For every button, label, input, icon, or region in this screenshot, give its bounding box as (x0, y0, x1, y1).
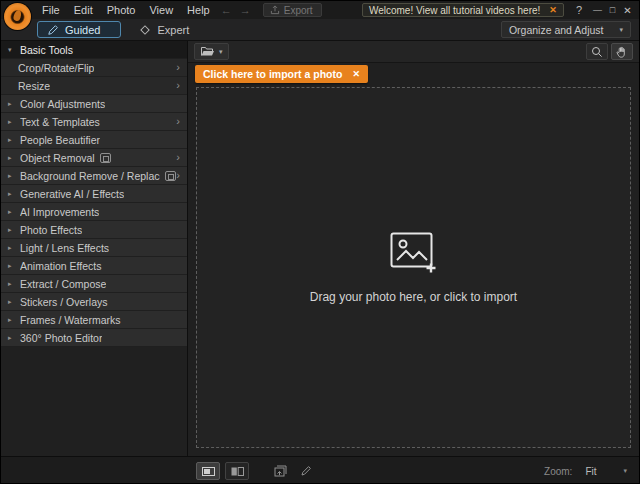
titlebar: File Edit Photo View Help ← → Export Wel… (1, 1, 639, 19)
chevron-right-icon: ▸ (8, 154, 20, 162)
section-label: Object Removal (20, 152, 95, 164)
sidebar-section-360-photo-editor[interactable]: ▸ 360° Photo Editor (1, 329, 187, 347)
pan-tool-button[interactable] (611, 43, 633, 60)
back-button[interactable]: ← (217, 4, 236, 16)
add-image-icon (390, 232, 438, 274)
app-logo-icon[interactable] (4, 3, 31, 30)
guided-mode-button[interactable]: Guided (37, 21, 121, 38)
sidebar-section-photo-effects[interactable]: ▸ Photo Effects (1, 221, 187, 239)
section-label: Color Adjustments (20, 98, 105, 110)
photo-dropzone[interactable]: Drag your photo here, or click to import (196, 87, 631, 448)
section-label: Background Remove / Replace (20, 170, 160, 182)
sidebar-section-animation-effects[interactable]: ▸ Animation Effects (1, 257, 187, 275)
guided-tools-sidebar: ▾ Basic Tools Crop/Rotate/Flip › Resize … (1, 41, 188, 456)
minimize-button[interactable]: — (590, 5, 605, 15)
menu-edit[interactable]: Edit (67, 4, 100, 16)
expert-mode-button[interactable]: Expert (131, 21, 197, 38)
sidebar-section-stickers-overlays[interactable]: ▸ Stickers / Overlays (1, 293, 187, 311)
import-photo-callout[interactable]: Click here to import a photo ✕ (195, 65, 368, 83)
sidebar-section-object-removal[interactable]: ▸ Object Removal › (1, 149, 187, 167)
chevron-down-icon[interactable]: ▾ (623, 467, 627, 475)
chevron-right-icon: › (176, 80, 180, 91)
section-label: Light / Lens Effects (20, 242, 109, 254)
menu-file[interactable]: File (35, 4, 67, 16)
zoom-value[interactable]: Fit (585, 466, 596, 477)
section-label: Stickers / Overlays (20, 296, 108, 308)
export-button[interactable]: Export (263, 3, 322, 17)
chevron-down-icon: ▾ (619, 26, 623, 34)
chevron-right-icon: ▸ (8, 262, 20, 270)
menu-help[interactable]: Help (180, 4, 217, 16)
app-window: File Edit Photo View Help ← → Export Wel… (0, 0, 640, 484)
menu-view[interactable]: View (142, 4, 180, 16)
organize-adjust-dropdown[interactable]: Organize and Adjust ▾ (501, 21, 631, 38)
organize-label: Organize and Adjust (509, 24, 604, 36)
sidebar-section-text-templates[interactable]: ▸ Text & Templates › (1, 113, 187, 131)
forward-button[interactable]: → (236, 4, 255, 16)
diamond-icon (139, 24, 151, 36)
sidebar-item-resize[interactable]: Resize › (1, 77, 187, 95)
single-view-button[interactable] (196, 462, 220, 480)
zoom-label: Zoom: (544, 466, 572, 477)
import-photos-button[interactable] (271, 462, 291, 480)
dual-view-button[interactable] (225, 462, 249, 480)
export-label: Export (284, 5, 313, 16)
sidebar-section-basic-tools[interactable]: ▾ Basic Tools (1, 41, 187, 59)
chevron-right-icon: › (176, 152, 180, 163)
window-controls: — □ ✕ (590, 5, 635, 16)
guided-label: Guided (65, 24, 100, 36)
ai-badge-icon (165, 171, 176, 181)
close-button[interactable]: ✕ (620, 5, 635, 16)
ai-badge-icon (100, 153, 111, 163)
sidebar-section-frames-watermarks[interactable]: ▸ Frames / Watermarks (1, 311, 187, 329)
callout-text: Click here to import a photo (203, 68, 342, 80)
dual-view-icon (231, 467, 244, 476)
sidebar-section-generative-ai-effects[interactable]: ▸ Generative AI / Effects (1, 185, 187, 203)
edit-tool-button[interactable] (296, 462, 316, 480)
item-label: Crop/Rotate/Flip (18, 62, 94, 74)
content-area: ▾ Basic Tools Crop/Rotate/Flip › Resize … (1, 41, 639, 456)
chevron-right-icon: ▸ (8, 244, 20, 252)
chevron-right-icon: ▸ (8, 298, 20, 306)
sidebar-item-crop-rotate-flip[interactable]: Crop/Rotate/Flip › (1, 59, 187, 77)
chevron-right-icon: ▸ (8, 100, 20, 108)
section-label: Animation Effects (20, 260, 102, 272)
sidebar-section-extract-compose[interactable]: ▸ Extract / Compose (1, 275, 187, 293)
chevron-right-icon: ▸ (8, 334, 20, 342)
section-label: People Beautifier (20, 134, 100, 146)
main-area: ▾ Click here (188, 41, 639, 456)
menu-photo[interactable]: Photo (100, 4, 143, 16)
section-label: Basic Tools (20, 44, 73, 56)
chevron-right-icon: › (176, 62, 180, 73)
chevron-right-icon: ▸ (8, 190, 20, 198)
chevron-right-icon: ▸ (8, 280, 20, 288)
section-label: Frames / Watermarks (20, 314, 121, 326)
sidebar-section-ai-improvements[interactable]: ▸ AI Improvements (1, 203, 187, 221)
help-button[interactable]: ? (573, 4, 585, 16)
chevron-right-icon: › (176, 170, 180, 181)
maximize-button[interactable]: □ (605, 5, 620, 15)
tutorial-notification: Welcome! View all tutorial videos here! … (362, 3, 564, 17)
chevron-right-icon: ▸ (8, 316, 20, 324)
zoom-tool-button[interactable] (586, 43, 608, 60)
section-label: Text & Templates (20, 116, 100, 128)
notification-close-icon[interactable]: ✕ (549, 5, 557, 15)
notification-text: Welcome! View all tutorial videos here! (369, 5, 540, 16)
export-icon (270, 5, 280, 15)
pen-icon (300, 465, 312, 477)
sidebar-section-color-adjustments[interactable]: ▸ Color Adjustments (1, 95, 187, 113)
sidebar-section-light-lens-effects[interactable]: ▸ Light / Lens Effects (1, 239, 187, 257)
sidebar-section-people-beautifier[interactable]: ▸ People Beautifier (1, 131, 187, 149)
magnifier-icon (591, 46, 603, 58)
chevron-down-icon: ▾ (8, 46, 20, 54)
section-label: 360° Photo Editor (20, 332, 102, 344)
single-view-icon (202, 467, 215, 476)
brush-icon (47, 24, 59, 36)
section-label: Photo Effects (20, 224, 82, 236)
chevron-right-icon: ▸ (8, 172, 20, 180)
hand-icon (616, 46, 628, 58)
photo-stack-arrow-icon (274, 465, 288, 477)
sidebar-section-background-remove-replace[interactable]: ▸ Background Remove / Replace › (1, 167, 187, 185)
import-folder-button[interactable]: ▾ (194, 43, 229, 60)
callout-close-icon[interactable]: ✕ (352, 69, 360, 79)
